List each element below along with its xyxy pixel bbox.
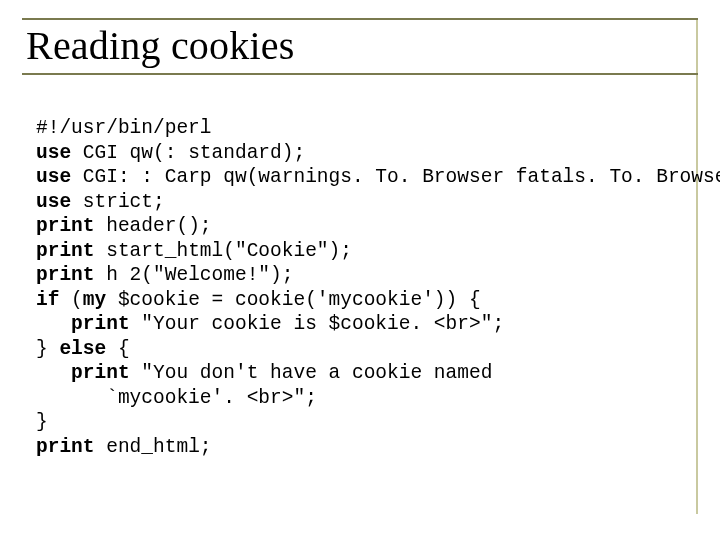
code-block: #!/usr/bin/perl use CGI qw(: standard); … bbox=[36, 116, 680, 459]
right-rule bbox=[696, 18, 698, 514]
code-line: #!/usr/bin/perl bbox=[36, 117, 212, 139]
indent bbox=[36, 362, 71, 384]
code-text: CGI: : Carp qw(warnings. To. Browser fat… bbox=[71, 166, 720, 188]
code-text: header(); bbox=[95, 215, 212, 237]
rule-top bbox=[22, 18, 698, 20]
code-text: `mycookie'. <br>"; bbox=[36, 387, 317, 409]
kw-else: else bbox=[59, 338, 106, 360]
indent bbox=[36, 313, 71, 335]
rule-bottom bbox=[22, 73, 698, 75]
kw-use: use bbox=[36, 166, 71, 188]
code-text: ( bbox=[59, 289, 82, 311]
code-text: CGI qw(: standard); bbox=[71, 142, 305, 164]
code-text: $cookie = cookie('mycookie')) { bbox=[106, 289, 480, 311]
kw-print: print bbox=[71, 362, 130, 384]
code-text: } bbox=[36, 411, 48, 433]
code-text: "You don't have a cookie named bbox=[130, 362, 493, 384]
kw-print: print bbox=[36, 240, 95, 262]
kw-print: print bbox=[36, 215, 95, 237]
code-text: strict; bbox=[71, 191, 165, 213]
code-text: end_html; bbox=[95, 436, 212, 458]
kw-print: print bbox=[36, 264, 95, 286]
code-text: start_html("Cookie"); bbox=[95, 240, 352, 262]
kw-if: if bbox=[36, 289, 59, 311]
slide: Reading cookies #!/usr/bin/perl use CGI … bbox=[0, 0, 720, 540]
kw-print: print bbox=[71, 313, 130, 335]
title-block: Reading cookies bbox=[24, 18, 696, 75]
code-text: h 2("Welcome!"); bbox=[95, 264, 294, 286]
kw-my: my bbox=[83, 289, 106, 311]
kw-use: use bbox=[36, 142, 71, 164]
kw-print: print bbox=[36, 436, 95, 458]
kw-use: use bbox=[36, 191, 71, 213]
slide-title: Reading cookies bbox=[26, 22, 696, 69]
code-text: } bbox=[36, 338, 59, 360]
code-text: { bbox=[106, 338, 129, 360]
code-text: "Your cookie is $cookie. <br>"; bbox=[130, 313, 504, 335]
